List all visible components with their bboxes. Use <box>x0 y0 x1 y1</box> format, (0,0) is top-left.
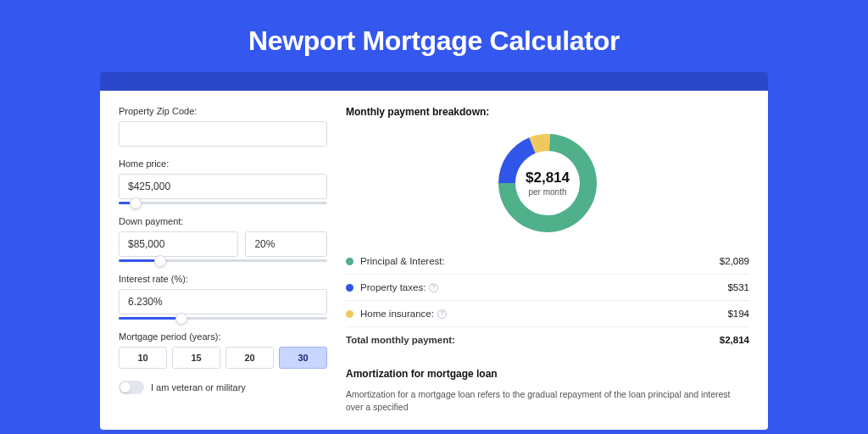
rate-input[interactable] <box>119 289 327 314</box>
total-label: Total monthly payment: <box>346 335 720 345</box>
legend-row: Principal & Interest:$2,089 <box>346 248 749 275</box>
legend-value: $531 <box>727 282 749 292</box>
period-label: Mortgage period (years): <box>119 331 327 342</box>
donut-center-value: $2,814 <box>526 170 570 186</box>
zip-label: Property Zip Code: <box>119 106 327 116</box>
down-label: Down payment: <box>119 216 327 226</box>
period-btn-15[interactable]: 15 <box>172 347 220 369</box>
legend-swatch <box>346 258 353 265</box>
down-slider[interactable] <box>119 259 327 262</box>
down-percent-input[interactable] <box>245 231 327 257</box>
legend-swatch <box>346 284 353 292</box>
zip-group: Property Zip Code: <box>119 106 327 147</box>
hero: Newport Mortgage Calculator <box>0 0 868 72</box>
veteran-toggle-knob <box>120 382 131 392</box>
donut-area: $2,814 per month <box>346 125 749 248</box>
donut-center: $2,814 per month <box>494 130 601 236</box>
amortization-section: Amortization for mortgage loan Amortizat… <box>346 368 749 414</box>
breakdown-panel: Monthly payment breakdown: $2,814 per mo… <box>346 106 749 430</box>
input-panel: Property Zip Code: Home price: Down paym… <box>119 106 327 430</box>
period-btn-30[interactable]: 30 <box>279 347 327 369</box>
down-amount-input[interactable] <box>119 231 238 257</box>
price-slider-thumb[interactable] <box>130 198 142 209</box>
period-buttons: 10152030 <box>119 347 327 369</box>
legend-label: Property taxes: ? <box>360 282 727 292</box>
legend-value: $2,089 <box>720 256 749 266</box>
legend-value: $194 <box>727 309 749 319</box>
veteran-label: I am veteran or military <box>151 382 246 392</box>
page-title: Newport Mortgage Calculator <box>0 25 868 57</box>
donut-center-sub: per month <box>528 187 566 197</box>
breakdown-title: Monthly payment breakdown: <box>346 106 749 118</box>
legend-row: Property taxes: ?$531 <box>346 275 749 301</box>
card-top-strip <box>100 72 768 91</box>
period-btn-20[interactable]: 20 <box>225 347 274 369</box>
price-label: Home price: <box>119 159 327 169</box>
donut-chart: $2,814 per month <box>494 130 601 236</box>
rate-label: Interest rate (%): <box>119 274 327 284</box>
legend: Principal & Interest:$2,089Property taxe… <box>346 248 749 353</box>
veteran-row: I am veteran or military <box>119 381 327 394</box>
amortization-title: Amortization for mortgage loan <box>346 368 749 380</box>
calculator-card: Property Zip Code: Home price: Down paym… <box>100 91 768 430</box>
legend-swatch <box>346 310 353 318</box>
amortization-body: Amortization for a mortgage loan refers … <box>346 388 749 414</box>
price-slider[interactable] <box>119 202 327 204</box>
down-group: Down payment: <box>119 216 327 262</box>
legend-row-total: Total monthly payment:$2,814 <box>346 327 749 353</box>
legend-label: Home insurance: ? <box>360 309 727 319</box>
rate-slider[interactable] <box>119 317 327 320</box>
zip-input[interactable] <box>119 121 327 147</box>
rate-slider-fill <box>119 317 181 320</box>
info-icon[interactable]: ? <box>437 309 447 319</box>
legend-label: Principal & Interest: <box>360 256 720 266</box>
total-value: $2,814 <box>720 335 749 345</box>
period-btn-10[interactable]: 10 <box>119 347 167 369</box>
down-slider-thumb[interactable] <box>154 255 166 267</box>
price-input[interactable] <box>119 174 327 199</box>
legend-row: Home insurance: ?$194 <box>346 301 749 327</box>
period-group: Mortgage period (years): 10152030 <box>119 331 327 369</box>
rate-slider-thumb[interactable] <box>175 313 187 325</box>
rate-group: Interest rate (%): <box>119 274 327 320</box>
veteran-toggle[interactable] <box>119 381 144 394</box>
info-icon[interactable]: ? <box>429 283 438 292</box>
price-group: Home price: <box>119 159 327 204</box>
